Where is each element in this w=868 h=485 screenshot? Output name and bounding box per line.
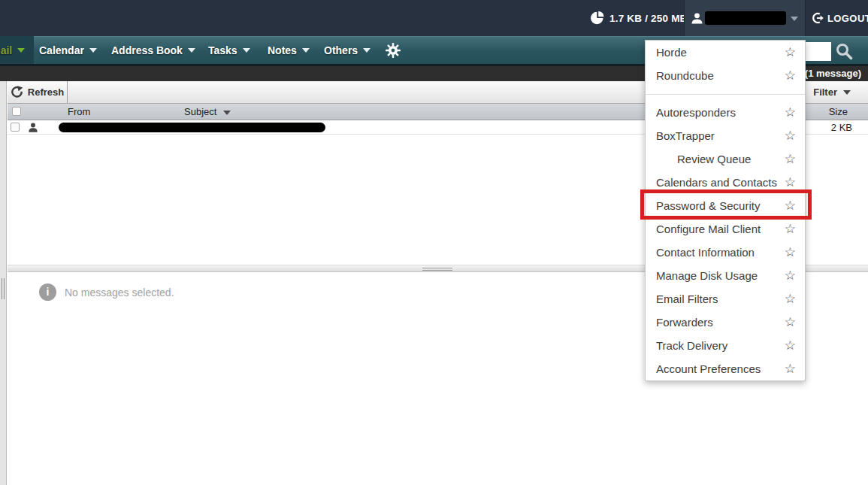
nav-tab-calendar[interactable]: Calendar	[39, 36, 97, 64]
nav-tab-label: Mail	[0, 44, 12, 56]
nav-tab-label: Address Book	[111, 44, 183, 56]
column-header-subject-label: Subject	[184, 106, 216, 117]
menu-item-account-preferences[interactable]: Account Preferences ☆	[646, 357, 805, 380]
favorite-star-icon[interactable]: ☆	[785, 194, 796, 217]
favorite-star-icon[interactable]: ☆	[785, 41, 796, 64]
favorite-star-icon[interactable]: ☆	[785, 124, 796, 147]
nav-tab-others[interactable]: Others	[324, 36, 370, 64]
logout-label: LOGOUT	[827, 13, 868, 24]
favorite-star-icon[interactable]: ☆	[785, 101, 796, 124]
chevron-down-icon	[89, 48, 97, 53]
nav-tab-label: Calendar	[39, 44, 84, 56]
nav-tab-label: Notes	[268, 44, 297, 56]
chevron-down-icon	[17, 48, 25, 53]
menu-item-password-and-security[interactable]: Password & Security ☆	[646, 194, 805, 217]
favorite-star-icon[interactable]: ☆	[785, 264, 796, 287]
menu-item-email-filters[interactable]: Email Filters ☆	[646, 287, 805, 311]
user-account-dropdown[interactable]	[684, 0, 806, 36]
menu-item-configure-mail-client[interactable]: Configure Mail Client ☆	[646, 217, 805, 241]
nav-tab-label: Tasks	[208, 44, 237, 56]
redacted-sender-subject	[59, 123, 325, 132]
user-icon	[691, 12, 703, 25]
favorite-star-icon[interactable]: ☆	[785, 64, 796, 87]
menu-item-label: Roundcube	[656, 69, 714, 82]
menu-item-label: Track Delivery	[656, 339, 727, 352]
menu-item-label: Forwarders	[656, 316, 713, 329]
top-bar: 1.7 KB / 250 MB LOGOUT	[0, 0, 868, 36]
menu-item-label: Password & Security	[656, 199, 760, 212]
menu-item-label: Calendars and Contacts	[656, 176, 777, 189]
nav-tab-address-book[interactable]: Address Book	[111, 36, 195, 64]
menu-item-forwarders[interactable]: Forwarders ☆	[646, 311, 805, 334]
refresh-icon	[11, 86, 23, 99]
logout-button[interactable]: LOGOUT	[812, 0, 868, 36]
menu-item-manage-disk-usage[interactable]: Manage Disk Usage ☆	[646, 264, 805, 287]
menu-divider	[646, 87, 805, 101]
favorite-star-icon[interactable]: ☆	[785, 147, 796, 171]
favorite-star-icon[interactable]: ☆	[785, 241, 796, 264]
disk-usage-indicator: 1.7 KB / 250 MB	[591, 0, 688, 36]
chevron-down-icon	[302, 48, 310, 53]
column-header-subject[interactable]: Subject	[184, 106, 231, 117]
column-header-size[interactable]: Size	[829, 106, 848, 117]
menu-item-contact-information[interactable]: Contact Information ☆	[646, 241, 805, 264]
favorite-star-icon[interactable]: ☆	[785, 287, 796, 311]
filter-label: Filter	[813, 86, 837, 98]
chevron-down-icon	[363, 48, 370, 53]
column-header-from[interactable]: From	[68, 106, 90, 117]
nav-tab-tasks[interactable]: Tasks	[208, 36, 250, 64]
menu-item-label: BoxTrapper	[656, 129, 715, 142]
chevron-down-icon	[843, 90, 851, 95]
menu-item-label: Account Preferences	[656, 362, 761, 375]
nav-tab-mail[interactable]: Mail	[0, 36, 34, 64]
menu-item-track-delivery[interactable]: Track Delivery ☆	[646, 334, 805, 357]
nav-tab-label: Others	[324, 44, 358, 56]
menu-item-label: Horde	[656, 46, 687, 59]
message-size: 2 KB	[831, 122, 852, 133]
splitter-grip-icon	[422, 268, 452, 268]
disk-usage-label: 1.7 KB / 250 MB	[609, 13, 688, 24]
chevron-down-icon	[188, 48, 195, 53]
message-checkbox[interactable]	[11, 123, 20, 132]
webmail-screen: 1.7 KB / 250 MB LOGOUT Mail Calendar	[0, 0, 868, 485]
menu-item-calendars-and-contacts[interactable]: Calendars and Contacts ☆	[646, 171, 805, 194]
refresh-button[interactable]: Refresh	[8, 81, 68, 103]
favorite-star-icon[interactable]: ☆	[785, 334, 796, 357]
menu-item-label: Autoresponders	[656, 106, 736, 119]
sender-person-icon	[28, 122, 38, 133]
nav-tab-notes[interactable]: Notes	[268, 36, 310, 64]
info-icon	[39, 283, 56, 301]
menu-item-boxtrapper[interactable]: BoxTrapper ☆	[646, 124, 805, 147]
menu-item-horde[interactable]: Horde ☆	[646, 41, 805, 64]
sort-descending-icon	[223, 111, 231, 115]
redacted-username	[705, 11, 786, 25]
menu-item-label: Review Queue	[677, 153, 751, 165]
favorite-star-icon[interactable]: ☆	[785, 357, 796, 380]
menu-item-autoresponders[interactable]: Autoresponders ☆	[646, 101, 805, 124]
chevron-down-icon	[791, 17, 798, 21]
chevron-down-icon	[243, 48, 250, 53]
menu-item-label: Manage Disk Usage	[656, 269, 758, 282]
pie-chart-icon	[591, 11, 604, 25]
preview-status-text: No messages selected.	[65, 286, 174, 299]
filter-button[interactable]: Filter	[813, 81, 851, 103]
folder-pane-splitter[interactable]	[0, 81, 7, 485]
logout-icon	[812, 12, 824, 24]
webmail-settings-menu: Horde ☆ Roundcube ☆ Autoresponders ☆ Box…	[645, 40, 806, 381]
search-icon[interactable]	[834, 41, 854, 65]
menu-item-roundcube[interactable]: Roundcube ☆	[646, 64, 805, 87]
select-all-checkbox[interactable]	[12, 107, 21, 116]
favorite-star-icon[interactable]: ☆	[785, 217, 796, 241]
refresh-label: Refresh	[28, 86, 64, 98]
menu-item-label: Email Filters	[656, 293, 718, 305]
menu-item-review-queue[interactable]: Review Queue ☆	[646, 147, 805, 171]
menu-item-label: Configure Mail Client	[656, 223, 761, 235]
favorite-star-icon[interactable]: ☆	[785, 171, 796, 194]
splitter-grip-icon	[2, 278, 2, 299]
favorite-star-icon[interactable]: ☆	[785, 311, 796, 334]
menu-item-label: Contact Information	[656, 246, 755, 259]
settings-gear-icon[interactable]	[385, 42, 401, 62]
